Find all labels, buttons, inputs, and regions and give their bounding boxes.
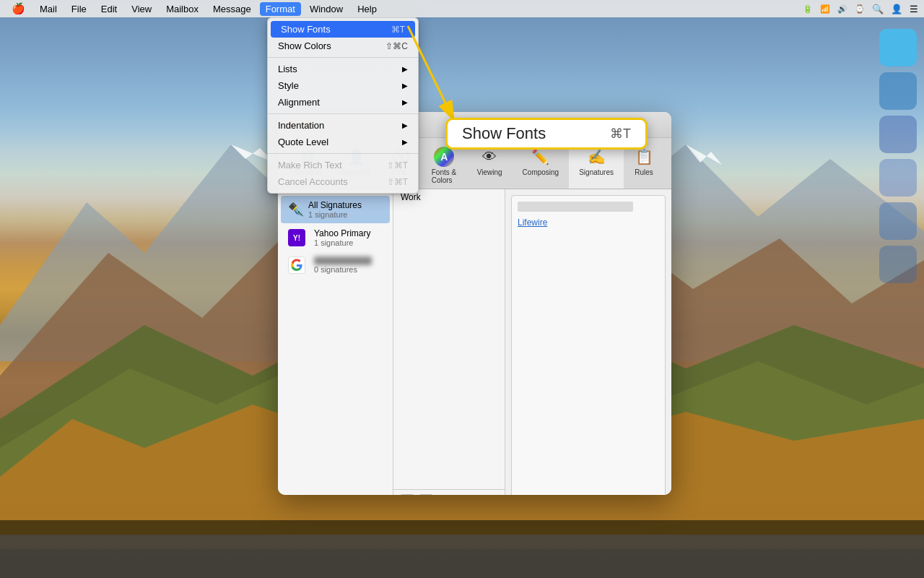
menu-item-show-colors[interactable]: Show Colors ⇧⌘C xyxy=(268,38,418,54)
menubar-edit[interactable]: Edit xyxy=(95,2,123,16)
viewing-icon: 👁 xyxy=(479,147,500,167)
alignment-label: Alignment xyxy=(278,97,320,108)
volume-icon: 🔊 xyxy=(837,4,847,14)
sig-controls: + − xyxy=(393,489,505,495)
signature-blurred-line xyxy=(518,202,633,212)
apple-menu[interactable]: 🍎 xyxy=(6,1,31,17)
all-signatures-icon: ✒️ xyxy=(288,202,304,217)
tab-signatures-label: Signatures xyxy=(579,168,614,176)
remove-signature-button[interactable]: − xyxy=(418,494,434,495)
show-colors-shortcut: ⇧⌘C xyxy=(385,41,408,51)
menubar-file[interactable]: File xyxy=(66,2,92,16)
battery-icon: 🔋 xyxy=(803,4,813,14)
composing-icon: ✏️ xyxy=(531,147,551,167)
desktop-icon-5[interactable] xyxy=(879,202,917,240)
menubar-format[interactable]: Format xyxy=(260,2,301,16)
rules-icon: 📋 xyxy=(634,147,654,167)
list-icon[interactable]: ☰ xyxy=(910,4,918,14)
show-fonts-shortcut: ⌘T xyxy=(391,25,405,35)
menu-separator-1 xyxy=(268,57,418,58)
menu-item-quote-level[interactable]: Quote Level ▶ xyxy=(268,134,418,150)
google-icon xyxy=(288,256,305,274)
style-submenu-arrow: ▶ xyxy=(402,82,408,90)
gmail-account-item[interactable]: redacted@gmail 0 signatures xyxy=(281,252,390,278)
signature-editor: Lifewire xyxy=(505,189,671,495)
desktop-icon-3[interactable] xyxy=(879,116,917,153)
callout-shortcut: ⌘T xyxy=(610,126,631,142)
yahoo-primary-item[interactable]: Y! Yahoo Primary 1 signature xyxy=(281,224,390,251)
tab-rules-label: Rules xyxy=(635,168,653,176)
show-colors-label: Show Colors xyxy=(278,40,331,51)
lists-label: Lists xyxy=(278,64,297,74)
search-icon[interactable]: 🔍 xyxy=(872,4,884,14)
signatures-empty-space xyxy=(393,205,505,489)
indentation-submenu-arrow: ▶ xyxy=(402,121,408,129)
menubar-mailbox[interactable]: Mailbox xyxy=(160,2,204,16)
menubar-window[interactable]: Window xyxy=(304,2,349,16)
wifi-icon: 📶 xyxy=(820,4,830,14)
menu-item-style[interactable]: Style ▶ xyxy=(268,77,418,94)
callout-text: Show Fonts xyxy=(462,124,546,143)
tab-composing-label: Composing xyxy=(523,168,559,176)
cancel-accounts-shortcut: ⇧⌘T xyxy=(387,177,408,187)
signatures-list: Work + − xyxy=(393,189,505,495)
quote-level-submenu-arrow: ▶ xyxy=(402,138,408,146)
menubar-mail[interactable]: Mail xyxy=(34,2,63,16)
signature-editor-content[interactable]: Lifewire xyxy=(511,195,666,495)
user-icon[interactable]: 👤 xyxy=(891,4,902,14)
menu-item-indentation[interactable]: Indentation ▶ xyxy=(268,117,418,134)
add-signature-button[interactable]: + xyxy=(399,494,415,495)
show-fonts-callout: Show Fonts ⌘T xyxy=(445,118,648,150)
desktop-icon-6[interactable] xyxy=(879,246,917,283)
all-signatures-item[interactable]: ✒️ All Signatures 1 signature xyxy=(281,196,390,223)
alignment-submenu-arrow: ▶ xyxy=(402,98,408,106)
desktop-icon-4[interactable] xyxy=(879,159,917,197)
menubar: 🍎 Mail File Edit View Mailbox Message Fo… xyxy=(0,0,924,17)
all-signatures-name: All Signatures xyxy=(308,200,362,210)
cancel-accounts-label: Cancel Accounts xyxy=(278,176,348,187)
gmail-count: 0 signatures xyxy=(314,265,372,274)
quote-level-label: Quote Level xyxy=(278,137,328,147)
desktop-icons-area xyxy=(872,22,924,290)
signature-link[interactable]: Lifewire xyxy=(518,217,547,228)
prefs-content: ✒️ All Signatures 1 signature Y! Yahoo P… xyxy=(278,189,671,495)
menu-item-cancel-accounts[interactable]: Cancel Accounts ⇧⌘T xyxy=(268,173,418,190)
menu-item-alignment[interactable]: Alignment ▶ xyxy=(268,94,418,111)
menubar-right: 🔋 📶 🔊 ⌚ 🔍 👤 ☰ xyxy=(803,4,918,14)
make-rich-text-label: Make Rich Text xyxy=(278,160,342,171)
yahoo-primary-count: 1 signature xyxy=(314,238,370,247)
yahoo-primary-name: Yahoo Primary xyxy=(314,228,370,238)
yahoo-icon: Y! xyxy=(288,229,305,246)
signatures-icon: ✍️ xyxy=(586,147,606,167)
menubar-help[interactable]: Help xyxy=(352,2,383,16)
show-fonts-label: Show Fonts xyxy=(281,24,331,35)
format-dropdown-menu: Show Fonts ⌘T Show Colors ⇧⌘C Lists ▶ St… xyxy=(267,17,419,194)
menu-item-show-fonts[interactable]: Show Fonts ⌘T xyxy=(271,21,415,38)
clock-display: ⌚ xyxy=(855,4,865,14)
make-rich-text-shortcut: ⇧⌘T xyxy=(387,160,408,171)
menubar-view[interactable]: View xyxy=(126,2,157,16)
accounts-list: ✒️ All Signatures 1 signature Y! Yahoo P… xyxy=(278,189,393,495)
desktop-icon-2[interactable] xyxy=(879,72,917,110)
tab-viewing-label: Viewing xyxy=(477,168,502,176)
indentation-label: Indentation xyxy=(278,120,324,131)
menu-separator-2 xyxy=(268,113,418,114)
all-signatures-count: 1 signature xyxy=(308,210,362,219)
menubar-message[interactable]: Message xyxy=(207,2,257,16)
style-label: Style xyxy=(278,80,299,91)
menu-item-lists[interactable]: Lists ▶ xyxy=(268,61,418,77)
menu-item-make-rich-text[interactable]: Make Rich Text ⇧⌘T xyxy=(268,157,418,173)
gmail-name: redacted@gmail xyxy=(314,256,372,265)
tab-fonts-colors-label: Fonts & Colors xyxy=(432,168,457,184)
lists-submenu-arrow: ▶ xyxy=(402,65,408,73)
menu-separator-3 xyxy=(268,153,418,154)
desktop-icon-1[interactable] xyxy=(879,29,917,66)
fonts-colors-icon: A xyxy=(434,147,454,167)
